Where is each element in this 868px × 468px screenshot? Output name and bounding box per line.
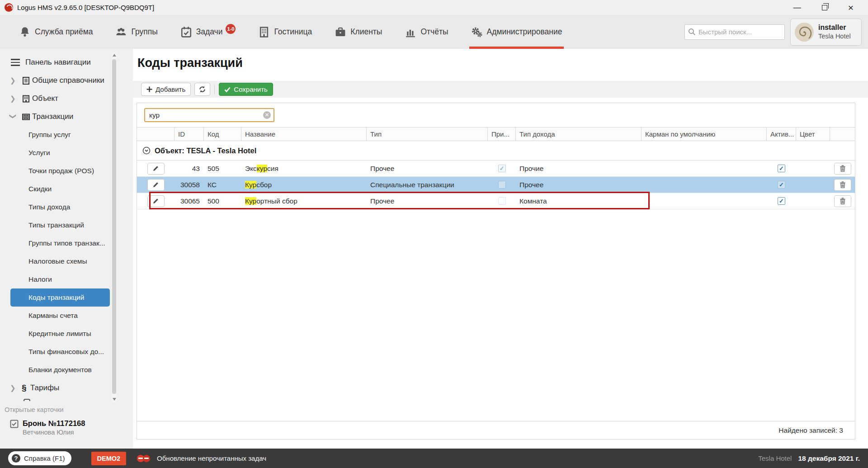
sidebar-item-transaction-type-groups[interactable]: Группы типов транзак... — [10, 234, 110, 252]
active-checkbox[interactable]: ✓ — [778, 181, 785, 189]
sidebar-item-service-groups[interactable]: Группы услуг — [10, 126, 110, 144]
table-empty-area — [137, 209, 855, 421]
table-group-row[interactable]: Объект: TESLA - Tesla Hotel — [137, 141, 855, 161]
building-icon — [258, 26, 270, 38]
sidebar-item-services[interactable]: Услуги — [10, 144, 110, 162]
nav-item-groups[interactable]: Группы — [115, 15, 157, 49]
edit-button[interactable] — [147, 163, 165, 175]
cell-id: 30065 — [175, 197, 204, 205]
pencil-icon — [152, 181, 159, 188]
sidebar-item-financial-doc-types[interactable]: Типы финансовых до... — [10, 343, 110, 361]
unread-tasks-icon — [137, 454, 153, 463]
sidebar-item-pos[interactable]: Точки продаж (POS) — [10, 162, 110, 180]
active-checkbox[interactable]: ✓ — [778, 197, 785, 205]
sidebar-item-account-pockets[interactable]: Карманы счета — [10, 307, 110, 325]
quick-search-input[interactable] — [684, 24, 785, 40]
sidebar-item-discounts[interactable]: Скидки — [10, 180, 110, 198]
people-icon — [115, 26, 127, 38]
col-header-name[interactable]: Название — [241, 128, 367, 141]
col-header-id[interactable]: ID — [175, 128, 204, 141]
col-header-color[interactable]: Цвет — [796, 128, 830, 141]
sidebar-item-transaction-codes[interactable]: Коды транзакций — [10, 288, 110, 307]
col-header-pri[interactable]: При... — [488, 128, 516, 141]
chevron-right-icon: ❯ — [10, 95, 16, 103]
trash-icon — [840, 198, 846, 204]
edit-button[interactable] — [147, 195, 165, 207]
sidebar-item-taxes[interactable]: Налоги — [10, 270, 110, 288]
save-button-label: Сохранить — [234, 85, 268, 93]
sidebar-group-label: Транзакции — [32, 112, 73, 121]
col-header-income-type[interactable]: Тип дохода — [516, 128, 642, 141]
table-row[interactable]: 43 505 Экскурсия Прочее ✓ Прочие ✓ — [137, 161, 855, 177]
statusbar-hotel: Tesla Hotel — [758, 454, 792, 462]
active-checkbox[interactable]: ✓ — [778, 165, 785, 172]
col-header-code[interactable]: Код — [204, 128, 241, 141]
nav-label: Администрирование — [487, 27, 562, 37]
cell-type: Прочее — [367, 165, 488, 173]
edit-button[interactable] — [147, 179, 165, 191]
search-highlight: Кур — [245, 181, 256, 189]
add-button-label: Добавить — [156, 85, 185, 93]
chevron-right-icon: ❯ — [10, 76, 16, 85]
table-row-annotated[interactable]: 30065 500 Курортный сбор Прочее Комната … — [137, 193, 855, 209]
cell-code: 500 — [204, 197, 241, 205]
search-highlight: Кур — [245, 197, 256, 205]
nav-item-administration[interactable]: Администрирование — [471, 15, 562, 49]
user-chip[interactable]: installer Tesla Hotel — [790, 19, 862, 46]
cell-name: Курсбор — [241, 181, 367, 189]
open-card-booking[interactable]: Бронь №1172168 Ветчинова Юлия — [10, 419, 133, 437]
add-button[interactable]: Добавить — [141, 83, 191, 96]
help-button[interactable]: ? Справка (F1) — [8, 451, 71, 465]
help-label: Справка (F1) — [24, 454, 65, 462]
nav-item-reception[interactable]: Служба приёма — [19, 15, 93, 49]
scroll-up-icon[interactable] — [113, 54, 116, 57]
table-row-selected[interactable]: 30058 КС Курсбор Специальные транзакции … — [137, 177, 855, 193]
toolbar: Добавить Сохранить — [133, 81, 868, 98]
refresh-button[interactable] — [194, 83, 210, 96]
sidebar-item-credit-limits[interactable]: Кредитные лимиты — [10, 325, 110, 343]
nav-item-hotel[interactable]: Гостиница — [258, 15, 312, 49]
sidebar-scrollbar[interactable] — [112, 52, 117, 402]
col-header-active[interactable]: Актив... — [767, 128, 796, 141]
calendar-check-icon — [180, 26, 192, 38]
nav-item-reports[interactable]: Отчёты — [405, 15, 448, 49]
delete-button[interactable] — [834, 179, 851, 191]
scrollbar-thumb[interactable] — [112, 59, 116, 394]
delete-button[interactable] — [834, 195, 851, 207]
plus-icon — [146, 86, 152, 92]
col-header-pocket[interactable]: Карман по умолчанию — [642, 128, 767, 141]
restore-button[interactable] — [822, 5, 827, 10]
journal-icon — [22, 76, 30, 85]
demo-badge[interactable]: DEMO2 — [91, 452, 127, 465]
pri-checkbox[interactable]: ✓ — [498, 165, 506, 172]
nav-item-clients[interactable]: Клиенты — [335, 15, 382, 49]
clear-filter-icon[interactable]: ✕ — [263, 111, 271, 119]
sidebar-item-document-forms[interactable]: Бланки документов — [10, 361, 110, 379]
refresh-icon — [198, 85, 206, 93]
cell-type: Прочее — [367, 197, 488, 205]
sidebar-item-transaction-types[interactable]: Типы транзакций — [10, 216, 110, 234]
bell-icon — [19, 26, 31, 38]
minimize-button[interactable]: — — [793, 4, 801, 11]
trash-icon — [840, 165, 846, 172]
pri-checkbox[interactable] — [498, 197, 506, 205]
sidebar-item-income-types[interactable]: Типы дохода — [10, 198, 110, 216]
filter-input[interactable] — [144, 108, 274, 122]
sidebar-item-tax-schemes[interactable]: Налоговые схемы — [10, 252, 110, 270]
save-button[interactable]: Сохранить — [219, 83, 273, 96]
nav-item-tasks[interactable]: Задачи 1-0 — [180, 15, 236, 49]
top-navigation: Служба приёма Группы Задачи 1-0 Гостиниц… — [0, 15, 868, 49]
col-header-edit[interactable] — [137, 128, 175, 141]
nav-label: Группы — [131, 27, 157, 37]
question-circle-icon: ? — [12, 454, 20, 463]
collapse-circle-icon[interactable] — [142, 147, 151, 155]
close-button[interactable]: × — [848, 4, 854, 11]
pri-checkbox[interactable] — [498, 181, 506, 189]
page-title: Коды транзакций — [137, 56, 243, 70]
scroll-down-icon[interactable] — [113, 398, 116, 401]
briefcase-icon — [335, 26, 346, 38]
delete-button[interactable] — [834, 163, 851, 175]
cell-type: Специальные транзакции — [367, 181, 488, 189]
cell-name: Экскурсия — [241, 165, 367, 173]
col-header-type[interactable]: Тип — [367, 128, 488, 141]
